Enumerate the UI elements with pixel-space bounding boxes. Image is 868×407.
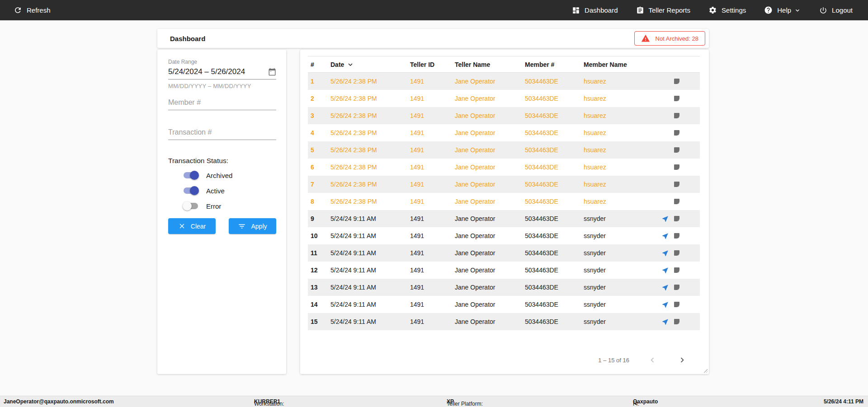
nav-logout[interactable]: Logout — [819, 6, 853, 14]
column-header-num[interactable]: # — [311, 61, 330, 68]
table-row[interactable]: 7 5/26/24 2:38 PM 1491 Jane Operator 503… — [308, 176, 700, 193]
row-member-number: 5034463DE — [525, 232, 584, 239]
not-archived-badge[interactable]: Not Archived: 28 — [634, 31, 705, 46]
row-teller-id: 1491 — [410, 95, 455, 102]
nav-teller-reports[interactable]: Teller Reports — [636, 6, 691, 14]
clear-button-label: Clear — [191, 223, 206, 230]
send-icon[interactable] — [661, 267, 669, 274]
send-icon[interactable] — [661, 284, 669, 291]
toggle-switch[interactable] — [183, 201, 199, 211]
table-row[interactable]: 14 5/24/24 9:11 AM 1491 Jane Operator 50… — [308, 296, 700, 313]
send-icon[interactable] — [661, 301, 669, 309]
note-icon[interactable] — [673, 95, 680, 102]
date-range-field: Date Range MM/DD/YYYY – MM/DD/YYYY — [168, 59, 276, 89]
calendar-icon[interactable] — [268, 68, 276, 76]
help-icon — [764, 6, 773, 14]
pagination-range-label: 1 – 15 of 16 — [598, 357, 629, 364]
row-teller-name: Jane Operator — [455, 198, 525, 205]
row-number: 1 — [311, 78, 330, 85]
note-icon[interactable] — [673, 267, 680, 274]
note-icon[interactable] — [673, 164, 680, 171]
toggle-active[interactable]: Active — [183, 186, 276, 195]
table-row[interactable]: 11 5/24/24 9:11 AM 1491 Jane Operator 50… — [308, 244, 700, 262]
table-row[interactable]: 3 5/26/24 2:38 PM 1491 Jane Operator 503… — [308, 107, 700, 124]
row-teller-name: Jane Operator — [455, 95, 525, 102]
note-icon[interactable] — [673, 284, 680, 291]
resize-handle[interactable] — [703, 368, 708, 373]
filter-panel: Date Range MM/DD/YYYY – MM/DD/YYYY Trans… — [157, 50, 286, 374]
row-teller-name: Jane Operator — [455, 129, 525, 136]
note-icon[interactable] — [673, 129, 680, 136]
toggle-switch[interactable] — [183, 186, 199, 195]
transaction-number-input[interactable] — [168, 126, 276, 140]
refresh-button[interactable]: Refresh — [14, 6, 51, 14]
row-number: 11 — [311, 249, 330, 257]
send-icon[interactable] — [661, 318, 669, 326]
row-teller-id: 1491 — [410, 164, 455, 171]
table-row[interactable]: 4 5/26/24 2:38 PM 1491 Jane Operator 503… — [308, 124, 700, 141]
note-icon[interactable] — [673, 146, 680, 154]
table-row[interactable]: 6 5/26/24 2:38 PM 1491 Jane Operator 503… — [308, 159, 700, 176]
table-row[interactable]: 10 5/24/24 9:11 AM 1491 Jane Operator 50… — [308, 227, 700, 244]
results-table-card: # Date Teller ID Teller Name Member # Me… — [300, 50, 709, 374]
toggle-archived[interactable]: Archived — [183, 171, 276, 180]
row-member-name: ssnyder — [584, 318, 661, 325]
column-header-teller-name[interactable]: Teller Name — [455, 61, 525, 68]
row-date: 5/26/24 2:38 PM — [330, 181, 410, 188]
row-teller-name: Jane Operator — [455, 164, 525, 171]
note-icon[interactable] — [673, 198, 680, 205]
row-date: 5/24/24 9:11 AM — [330, 232, 410, 239]
column-header-date[interactable]: Date — [330, 61, 410, 69]
row-member-name: ssnyder — [584, 301, 661, 308]
toggle-switch[interactable] — [183, 171, 199, 180]
table-row[interactable]: 12 5/24/24 9:11 AM 1491 Jane Operator 50… — [308, 262, 700, 279]
note-icon[interactable] — [673, 232, 680, 239]
table-row[interactable]: 15 5/24/24 9:11 AM 1491 Jane Operator 50… — [308, 313, 700, 330]
nav-help[interactable]: Help — [764, 6, 801, 14]
member-number-input[interactable] — [168, 97, 276, 110]
column-header-member-name[interactable]: Member Name — [584, 61, 661, 68]
filter-icon — [238, 222, 246, 230]
apply-button[interactable]: Apply — [229, 218, 276, 234]
note-icon[interactable] — [673, 215, 680, 222]
row-number: 15 — [311, 318, 330, 325]
date-range-input[interactable] — [168, 67, 265, 76]
column-header-teller-id[interactable]: Teller ID — [410, 61, 455, 68]
row-number: 14 — [311, 301, 330, 308]
pagination: 1 – 15 of 16 — [308, 355, 700, 365]
note-icon[interactable] — [673, 249, 680, 257]
status-bar: JaneOperator@qaxpauto.onmicrosoft.com Wo… — [0, 396, 868, 407]
note-icon[interactable] — [673, 301, 680, 308]
send-icon[interactable] — [661, 215, 669, 223]
nav-settings[interactable]: Settings — [708, 6, 746, 14]
send-icon[interactable] — [661, 232, 669, 240]
row-member-number: 5034463DE — [525, 129, 584, 136]
note-icon[interactable] — [673, 112, 680, 119]
table-row[interactable]: 8 5/26/24 2:38 PM 1491 Jane Operator 503… — [308, 193, 700, 210]
send-icon[interactable] — [661, 249, 669, 257]
row-teller-id: 1491 — [410, 78, 455, 85]
row-member-name: hsuarez — [584, 129, 661, 136]
not-archived-badge-label: Not Archived: 28 — [656, 35, 698, 42]
fi-status: FI: Qaxpauto — [633, 398, 658, 405]
note-icon[interactable] — [673, 78, 680, 85]
prev-page-button[interactable] — [646, 355, 659, 365]
nav-dashboard[interactable]: Dashboard — [572, 6, 618, 14]
teller-platform-status: Teller Platform: XP — [447, 398, 454, 405]
row-member-number: 5034463DE — [525, 198, 584, 205]
table-row[interactable]: 2 5/26/24 2:38 PM 1491 Jane Operator 503… — [308, 90, 700, 107]
table-row[interactable]: 9 5/24/24 9:11 AM 1491 Jane Operator 503… — [308, 210, 700, 227]
table-row[interactable]: 13 5/24/24 9:11 AM 1491 Jane Operator 50… — [308, 279, 700, 296]
column-header-member-num[interactable]: Member # — [525, 61, 584, 68]
row-teller-name: Jane Operator — [455, 267, 525, 274]
clear-button[interactable]: Clear — [168, 218, 216, 234]
clipboard-icon — [636, 6, 644, 14]
note-icon[interactable] — [673, 181, 680, 188]
workstation-status: Workstation: KURRER1 — [254, 398, 280, 405]
row-teller-name: Jane Operator — [455, 78, 525, 85]
table-row[interactable]: 5 5/26/24 2:38 PM 1491 Jane Operator 503… — [308, 141, 700, 159]
note-icon[interactable] — [673, 318, 680, 325]
next-page-button[interactable] — [675, 355, 689, 365]
toggle-error[interactable]: Error — [183, 201, 276, 211]
table-row[interactable]: 1 5/26/24 2:38 PM 1491 Jane Operator 503… — [308, 73, 700, 90]
